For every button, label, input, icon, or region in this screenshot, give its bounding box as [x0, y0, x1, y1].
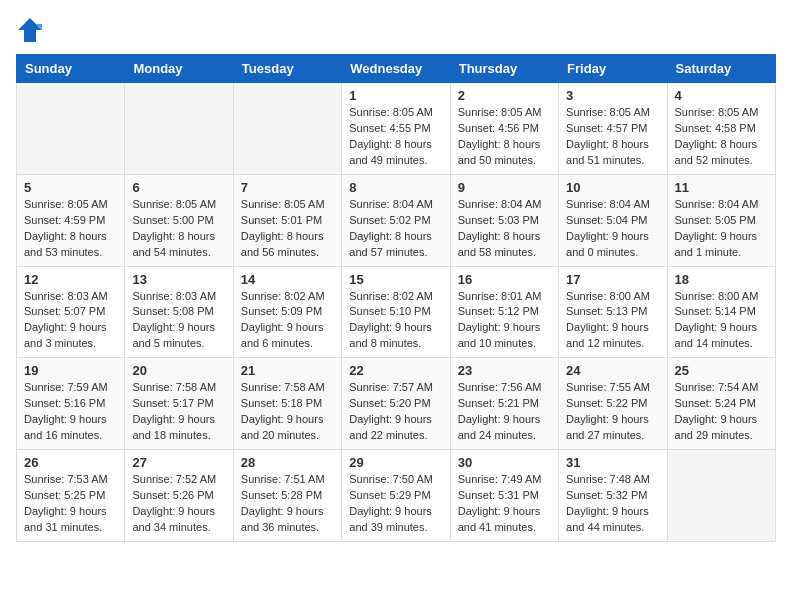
calendar-cell: 25Sunrise: 7:54 AM Sunset: 5:24 PM Dayli… — [667, 358, 775, 450]
calendar-cell: 14Sunrise: 8:02 AM Sunset: 5:09 PM Dayli… — [233, 266, 341, 358]
day-number: 7 — [241, 180, 334, 195]
day-info: Sunrise: 7:59 AM Sunset: 5:16 PM Dayligh… — [24, 380, 117, 444]
day-number: 11 — [675, 180, 768, 195]
calendar-cell: 4Sunrise: 8:05 AM Sunset: 4:58 PM Daylig… — [667, 83, 775, 175]
week-row-2: 12Sunrise: 8:03 AM Sunset: 5:07 PM Dayli… — [17, 266, 776, 358]
day-number: 10 — [566, 180, 659, 195]
calendar-cell: 26Sunrise: 7:53 AM Sunset: 5:25 PM Dayli… — [17, 450, 125, 542]
day-info: Sunrise: 8:03 AM Sunset: 5:07 PM Dayligh… — [24, 289, 117, 353]
day-number: 19 — [24, 363, 117, 378]
calendar-cell — [125, 83, 233, 175]
day-number: 14 — [241, 272, 334, 287]
logo-icon — [16, 16, 44, 44]
calendar-cell: 8Sunrise: 8:04 AM Sunset: 5:02 PM Daylig… — [342, 174, 450, 266]
calendar-cell: 11Sunrise: 8:04 AM Sunset: 5:05 PM Dayli… — [667, 174, 775, 266]
day-number: 16 — [458, 272, 551, 287]
day-number: 6 — [132, 180, 225, 195]
day-info: Sunrise: 8:02 AM Sunset: 5:09 PM Dayligh… — [241, 289, 334, 353]
day-number: 5 — [24, 180, 117, 195]
calendar-cell: 5Sunrise: 8:05 AM Sunset: 4:59 PM Daylig… — [17, 174, 125, 266]
day-info: Sunrise: 7:53 AM Sunset: 5:25 PM Dayligh… — [24, 472, 117, 536]
day-info: Sunrise: 8:04 AM Sunset: 5:04 PM Dayligh… — [566, 197, 659, 261]
day-number: 26 — [24, 455, 117, 470]
calendar-cell: 2Sunrise: 8:05 AM Sunset: 4:56 PM Daylig… — [450, 83, 558, 175]
day-number: 27 — [132, 455, 225, 470]
day-info: Sunrise: 7:49 AM Sunset: 5:31 PM Dayligh… — [458, 472, 551, 536]
day-number: 3 — [566, 88, 659, 103]
calendar-cell: 29Sunrise: 7:50 AM Sunset: 5:29 PM Dayli… — [342, 450, 450, 542]
weekday-header-sunday: Sunday — [17, 55, 125, 83]
calendar-cell: 7Sunrise: 8:05 AM Sunset: 5:01 PM Daylig… — [233, 174, 341, 266]
calendar-cell: 10Sunrise: 8:04 AM Sunset: 5:04 PM Dayli… — [559, 174, 667, 266]
svg-marker-0 — [18, 18, 42, 42]
calendar-table: SundayMondayTuesdayWednesdayThursdayFrid… — [16, 54, 776, 542]
calendar-cell: 30Sunrise: 7:49 AM Sunset: 5:31 PM Dayli… — [450, 450, 558, 542]
day-info: Sunrise: 8:00 AM Sunset: 5:13 PM Dayligh… — [566, 289, 659, 353]
calendar-cell: 28Sunrise: 7:51 AM Sunset: 5:28 PM Dayli… — [233, 450, 341, 542]
calendar-cell: 12Sunrise: 8:03 AM Sunset: 5:07 PM Dayli… — [17, 266, 125, 358]
weekday-header-tuesday: Tuesday — [233, 55, 341, 83]
calendar-cell: 15Sunrise: 8:02 AM Sunset: 5:10 PM Dayli… — [342, 266, 450, 358]
calendar-cell: 27Sunrise: 7:52 AM Sunset: 5:26 PM Dayli… — [125, 450, 233, 542]
day-number: 18 — [675, 272, 768, 287]
day-info: Sunrise: 8:05 AM Sunset: 5:01 PM Dayligh… — [241, 197, 334, 261]
day-number: 29 — [349, 455, 442, 470]
day-info: Sunrise: 8:03 AM Sunset: 5:08 PM Dayligh… — [132, 289, 225, 353]
day-number: 21 — [241, 363, 334, 378]
day-number: 2 — [458, 88, 551, 103]
day-number: 9 — [458, 180, 551, 195]
day-number: 4 — [675, 88, 768, 103]
day-info: Sunrise: 8:00 AM Sunset: 5:14 PM Dayligh… — [675, 289, 768, 353]
day-info: Sunrise: 8:04 AM Sunset: 5:03 PM Dayligh… — [458, 197, 551, 261]
day-info: Sunrise: 8:05 AM Sunset: 4:57 PM Dayligh… — [566, 105, 659, 169]
day-info: Sunrise: 8:04 AM Sunset: 5:05 PM Dayligh… — [675, 197, 768, 261]
logo — [16, 16, 48, 44]
weekday-header-monday: Monday — [125, 55, 233, 83]
calendar-cell: 20Sunrise: 7:58 AM Sunset: 5:17 PM Dayli… — [125, 358, 233, 450]
week-row-1: 5Sunrise: 8:05 AM Sunset: 4:59 PM Daylig… — [17, 174, 776, 266]
day-info: Sunrise: 7:52 AM Sunset: 5:26 PM Dayligh… — [132, 472, 225, 536]
day-info: Sunrise: 7:57 AM Sunset: 5:20 PM Dayligh… — [349, 380, 442, 444]
calendar-cell: 24Sunrise: 7:55 AM Sunset: 5:22 PM Dayli… — [559, 358, 667, 450]
day-number: 1 — [349, 88, 442, 103]
day-number: 17 — [566, 272, 659, 287]
calendar-cell: 3Sunrise: 8:05 AM Sunset: 4:57 PM Daylig… — [559, 83, 667, 175]
day-info: Sunrise: 7:54 AM Sunset: 5:24 PM Dayligh… — [675, 380, 768, 444]
day-info: Sunrise: 8:05 AM Sunset: 4:56 PM Dayligh… — [458, 105, 551, 169]
day-info: Sunrise: 7:56 AM Sunset: 5:21 PM Dayligh… — [458, 380, 551, 444]
day-number: 20 — [132, 363, 225, 378]
calendar-cell — [667, 450, 775, 542]
week-row-0: 1Sunrise: 8:05 AM Sunset: 4:55 PM Daylig… — [17, 83, 776, 175]
calendar-cell: 9Sunrise: 8:04 AM Sunset: 5:03 PM Daylig… — [450, 174, 558, 266]
calendar-body: 1Sunrise: 8:05 AM Sunset: 4:55 PM Daylig… — [17, 83, 776, 542]
calendar-cell: 13Sunrise: 8:03 AM Sunset: 5:08 PM Dayli… — [125, 266, 233, 358]
calendar-cell: 19Sunrise: 7:59 AM Sunset: 5:16 PM Dayli… — [17, 358, 125, 450]
calendar-cell: 22Sunrise: 7:57 AM Sunset: 5:20 PM Dayli… — [342, 358, 450, 450]
weekday-header-wednesday: Wednesday — [342, 55, 450, 83]
day-info: Sunrise: 7:58 AM Sunset: 5:18 PM Dayligh… — [241, 380, 334, 444]
calendar-cell: 16Sunrise: 8:01 AM Sunset: 5:12 PM Dayli… — [450, 266, 558, 358]
day-info: Sunrise: 8:05 AM Sunset: 4:55 PM Dayligh… — [349, 105, 442, 169]
calendar-cell — [17, 83, 125, 175]
calendar-cell: 6Sunrise: 8:05 AM Sunset: 5:00 PM Daylig… — [125, 174, 233, 266]
calendar-cell: 23Sunrise: 7:56 AM Sunset: 5:21 PM Dayli… — [450, 358, 558, 450]
week-row-3: 19Sunrise: 7:59 AM Sunset: 5:16 PM Dayli… — [17, 358, 776, 450]
day-info: Sunrise: 8:04 AM Sunset: 5:02 PM Dayligh… — [349, 197, 442, 261]
day-number: 23 — [458, 363, 551, 378]
day-number: 25 — [675, 363, 768, 378]
weekday-header-friday: Friday — [559, 55, 667, 83]
day-number: 24 — [566, 363, 659, 378]
day-number: 28 — [241, 455, 334, 470]
day-number: 30 — [458, 455, 551, 470]
weekday-header-row: SundayMondayTuesdayWednesdayThursdayFrid… — [17, 55, 776, 83]
calendar-cell: 1Sunrise: 8:05 AM Sunset: 4:55 PM Daylig… — [342, 83, 450, 175]
calendar-cell: 31Sunrise: 7:48 AM Sunset: 5:32 PM Dayli… — [559, 450, 667, 542]
day-number: 22 — [349, 363, 442, 378]
day-info: Sunrise: 7:48 AM Sunset: 5:32 PM Dayligh… — [566, 472, 659, 536]
week-row-4: 26Sunrise: 7:53 AM Sunset: 5:25 PM Dayli… — [17, 450, 776, 542]
calendar-cell — [233, 83, 341, 175]
weekday-header-saturday: Saturday — [667, 55, 775, 83]
header — [16, 16, 776, 44]
day-number: 13 — [132, 272, 225, 287]
weekday-header-thursday: Thursday — [450, 55, 558, 83]
